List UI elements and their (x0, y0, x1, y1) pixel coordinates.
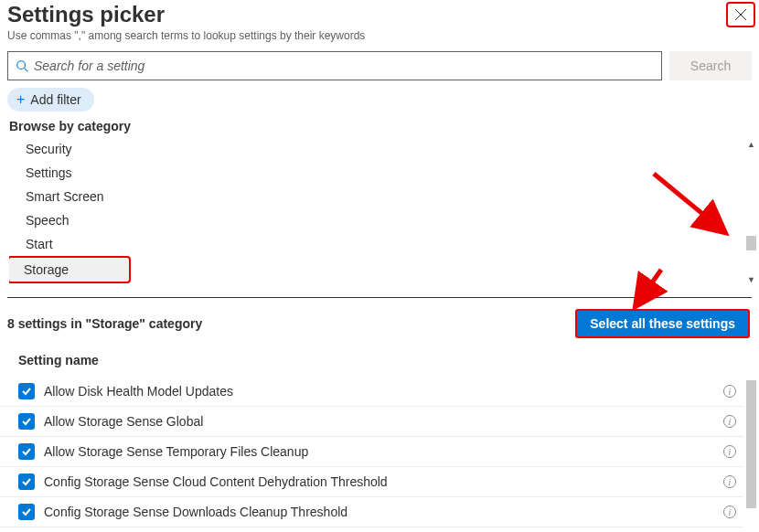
scrollbar-thumb[interactable] (746, 380, 756, 508)
add-filter-button[interactable]: + Add filter (7, 88, 94, 112)
setting-row[interactable]: Config Storage Sense Cloud Content Dehyd… (0, 467, 743, 497)
settings-list: Allow Disk Health Model UpdatesiAllow St… (0, 377, 759, 532)
category-item-smart-screen[interactable]: Smart Screen (9, 185, 743, 208)
info-icon[interactable]: i (723, 415, 736, 428)
checkmark-icon (21, 416, 32, 427)
close-icon (734, 8, 747, 21)
search-box[interactable] (7, 51, 662, 80)
checkbox[interactable] (18, 473, 35, 490)
setting-row[interactable]: Allow Disk Health Model Updatesi (0, 377, 743, 407)
checkbox[interactable] (18, 413, 35, 430)
info-icon[interactable]: i (723, 475, 736, 488)
category-item-system[interactable]: System (9, 283, 743, 288)
svg-line-3 (25, 69, 28, 72)
settings-count-label: 8 settings in "Storage" category (7, 316, 202, 331)
category-list: SecuritySettingsSmart ScreenSpeechStartS… (0, 137, 759, 288)
checkmark-icon (21, 446, 32, 457)
info-icon[interactable]: i (723, 445, 736, 458)
setting-label: Config Storage Sense Downloads Cleanup T… (44, 505, 714, 519)
setting-label: Config Storage Sense Cloud Content Dehyd… (44, 474, 714, 489)
info-icon[interactable]: i (723, 385, 736, 398)
select-all-button[interactable]: Select all these settings (575, 309, 750, 338)
setting-row[interactable]: Allow Storage Sense Temporary Files Clea… (0, 437, 743, 467)
category-scrollbar[interactable]: ▲ ▼ (743, 137, 759, 288)
checkbox[interactable] (18, 383, 35, 399)
plus-icon: + (16, 92, 25, 107)
search-input[interactable] (34, 59, 654, 73)
setting-label: Allow Storage Sense Temporary Files Clea… (44, 444, 714, 459)
column-header-setting-name: Setting name (0, 342, 759, 377)
category-item-security[interactable]: Security (9, 137, 743, 161)
setting-row[interactable]: Allow Storage Sense Globali (0, 407, 743, 437)
checkmark-icon (21, 476, 32, 487)
add-filter-label: Add filter (30, 92, 80, 107)
scroll-down-icon[interactable]: ▼ (743, 272, 759, 288)
scrollbar-thumb[interactable] (746, 236, 756, 250)
setting-label: Allow Disk Health Model Updates (44, 384, 714, 399)
checkmark-icon (21, 386, 32, 397)
info-icon[interactable]: i (723, 505, 736, 518)
browse-by-category-label: Browse by category (0, 117, 759, 135)
divider (7, 297, 752, 298)
page-title: Settings picker (7, 2, 752, 27)
checkbox[interactable] (18, 443, 35, 460)
setting-label: Allow Storage Sense Global (44, 414, 714, 429)
svg-point-2 (17, 61, 26, 69)
category-item-speech[interactable]: Speech (9, 208, 743, 232)
category-item-storage[interactable]: Storage (9, 256, 131, 283)
setting-row[interactable]: Config Storage Sense Downloads Cleanup T… (0, 497, 743, 527)
checkbox[interactable] (18, 504, 35, 520)
settings-scrollbar[interactable]: ▲ ▼ (743, 377, 759, 532)
checkmark-icon (21, 506, 32, 517)
scroll-up-icon[interactable]: ▲ (743, 137, 759, 153)
category-item-settings[interactable]: Settings (9, 161, 743, 185)
search-icon (16, 59, 28, 72)
close-button[interactable] (726, 2, 755, 27)
search-button[interactable]: Search (669, 51, 752, 80)
setting-row[interactable]: Config Storage Sense Global Cadencei (0, 527, 743, 532)
category-item-start[interactable]: Start (9, 232, 743, 256)
page-subtitle: Use commas "," among search terms to loo… (7, 29, 752, 42)
